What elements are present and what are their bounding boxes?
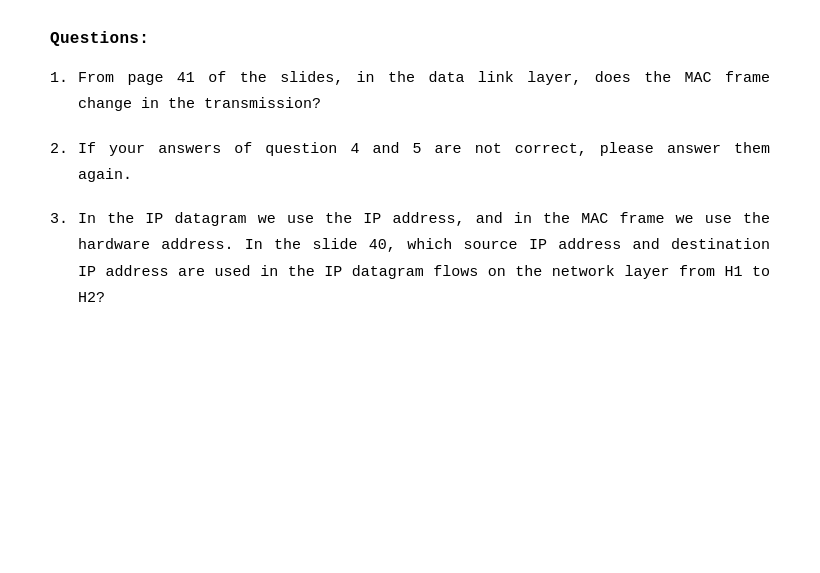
question-number-2: 2.	[50, 137, 78, 163]
question-list: 1.From page 41 of the slides, in the dat…	[50, 66, 770, 312]
question-item-2: 2.If your answers of question 4 and 5 ar…	[50, 137, 770, 190]
question-text-2: If your answers of question 4 and 5 are …	[78, 137, 770, 190]
question-text-1: From page 41 of the slides, in the data …	[78, 66, 770, 119]
question-item-1: 1.From page 41 of the slides, in the dat…	[50, 66, 770, 119]
question-item-3: 3.In the IP datagram we use the IP addre…	[50, 207, 770, 312]
question-number-1: 1.	[50, 66, 78, 92]
question-number-3: 3.	[50, 207, 78, 233]
question-text-3: In the IP datagram we use the IP address…	[78, 207, 770, 312]
questions-heading: Questions:	[50, 30, 770, 48]
main-content: Questions: 1.From page 41 of the slides,…	[50, 30, 770, 330]
